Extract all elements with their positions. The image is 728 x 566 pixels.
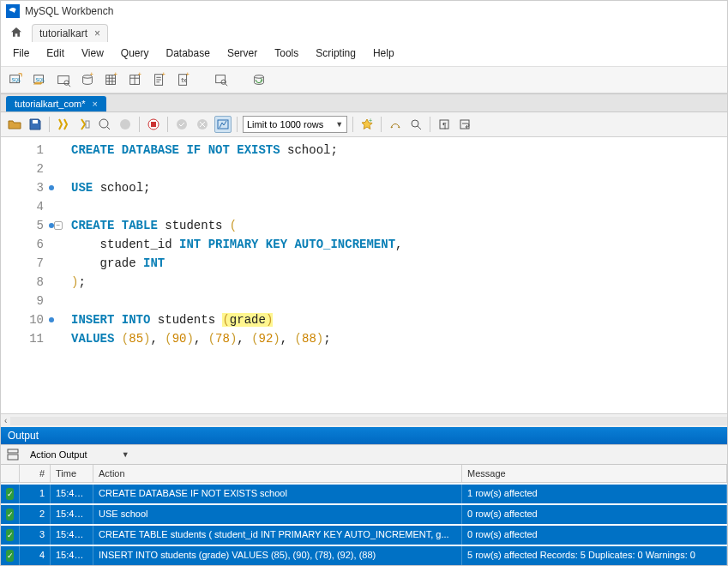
open-sql-file-icon[interactable]: SQL [30,70,49,89]
snippet-favorite-icon[interactable]: + [358,116,376,133]
save-icon[interactable] [27,116,44,133]
new-view-icon[interactable]: + [126,70,145,89]
beautify-icon[interactable] [387,116,404,133]
open-file-icon[interactable] [6,116,23,133]
toggle-invisible-icon[interactable]: ¶ [436,116,453,133]
close-icon[interactable]: × [93,99,98,109]
output-type-select[interactable]: Action Output ▼ [27,448,133,461]
col-action: Action [93,465,462,482]
svg-text:SQL: SQL [36,77,45,82]
col-number: # [20,465,51,482]
svg-rect-20 [33,120,38,123]
success-icon: ✓ [6,488,14,500]
output-table-header: # Time Action Message [1,465,727,483]
app-title: MySQL Workbench [25,5,113,17]
svg-rect-35 [8,455,18,460]
menu-query[interactable]: Query [114,45,156,61]
output-table: # Time Action Message ✓115:48:57CREATE D… [1,465,727,565]
output-row[interactable]: ✓115:48:57CREATE DATABASE IF NOT EXISTS … [1,485,727,503]
close-icon[interactable]: × [94,27,100,39]
svg-rect-21 [86,121,89,128]
new-schema-icon[interactable]: + [78,70,97,89]
commit-icon[interactable] [173,116,190,133]
output-layout-icon[interactable] [6,448,20,461]
svg-text:+: + [369,117,372,123]
menu-help[interactable]: Help [366,45,401,61]
editor-tab-strip: tutorialkart_com* × [1,93,727,112]
svg-rect-25 [151,122,156,127]
editor-tab[interactable]: tutorialkart_com* × [6,96,106,111]
svg-text:+: + [114,72,117,78]
menu-tools[interactable]: Tools [268,45,305,61]
separator [430,117,430,132]
chevron-down-icon: ▼ [122,450,129,459]
title-bar: MySQL Workbench [1,1,727,21]
output-row[interactable]: ✓215:48:57USE school0 row(s) affected [1,505,727,524]
new-procedure-icon[interactable]: + [150,70,169,89]
menu-database[interactable]: Database [159,45,217,61]
col-time: Time [51,465,93,482]
menu-server[interactable]: Server [220,45,264,61]
explain-icon[interactable] [96,116,113,133]
connection-tab[interactable]: tutorialkart × [32,24,108,42]
output-row[interactable]: ✓315:48:57CREATE TABLE students ( studen… [1,526,727,545]
svg-rect-4 [58,76,69,84]
horizontal-scrollbar[interactable] [1,413,727,427]
autocommit-toggle-icon[interactable] [214,116,232,133]
new-function-icon[interactable]: fx+ [174,70,193,89]
separator [167,117,168,132]
svg-text:¶: ¶ [442,121,447,129]
menu-view[interactable]: View [75,45,111,61]
sql-editor[interactable]: 12345−67891011 CREATE DATABASE IF NOT EX… [1,137,727,413]
menu-edit[interactable]: Edit [39,45,71,61]
svg-point-19 [255,75,264,79]
output-toolbar: Action Output ▼ [1,444,727,465]
menu-scripting[interactable]: Scripting [309,45,363,61]
svg-rect-17 [216,75,226,83]
editor-toolbar: Limit to 1000 rows ▼ + ¶ [1,112,727,137]
separator [237,117,238,132]
line-number-gutter: 12345−67891011 [1,137,51,413]
svg-text:+: + [138,72,141,78]
connection-tab-strip: tutorialkart × [1,21,727,42]
stop-icon[interactable] [117,116,134,133]
output-panel-header: Output [1,427,727,444]
menu-bar: FileEditViewQueryDatabaseServerToolsScri… [1,42,727,67]
svg-point-23 [120,119,130,129]
new-table-icon[interactable]: + [102,70,121,89]
separator [139,117,140,132]
col-status [1,465,20,482]
separator [352,117,353,132]
toggle-wrap-icon[interactable] [456,116,473,133]
editor-tab-label: tutorialkart_com* [15,99,86,109]
menu-file[interactable]: File [6,45,36,61]
chevron-down-icon: ▼ [335,120,343,129]
inspector-icon[interactable] [54,70,73,89]
output-row[interactable]: ✓415:48:57INSERT INTO students (grade) V… [1,546,727,565]
search-table-data-icon[interactable] [212,70,231,89]
success-icon: ✓ [6,550,14,562]
find-icon[interactable] [407,116,424,133]
code-area[interactable]: CREATE DATABASE IF NOT EXISTS school;USE… [51,137,727,413]
svg-point-22 [99,119,108,128]
home-button[interactable] [6,23,27,42]
svg-rect-33 [460,120,469,129]
reconnect-icon[interactable] [250,70,268,89]
output-type-label: Action Output [30,449,87,460]
svg-text:+: + [186,72,190,78]
svg-text:+: + [90,72,93,78]
execute-current-icon[interactable] [75,116,93,133]
execute-icon[interactable] [55,116,72,133]
limit-rows-select[interactable]: Limit to 1000 rows ▼ [243,116,347,133]
svg-point-26 [177,119,187,129]
stop-on-error-icon[interactable] [145,116,162,133]
success-icon: ✓ [6,529,14,541]
app-icon [6,4,20,18]
rollback-icon[interactable] [194,116,211,133]
success-icon: ✓ [6,509,14,521]
col-message: Message [462,465,727,482]
new-sql-tab-icon[interactable]: SQL [6,70,25,89]
separator [49,117,50,132]
main-toolbar: SQL SQL + + + + fx+ [1,67,727,93]
connection-tab-label: tutorialkart [39,27,87,39]
